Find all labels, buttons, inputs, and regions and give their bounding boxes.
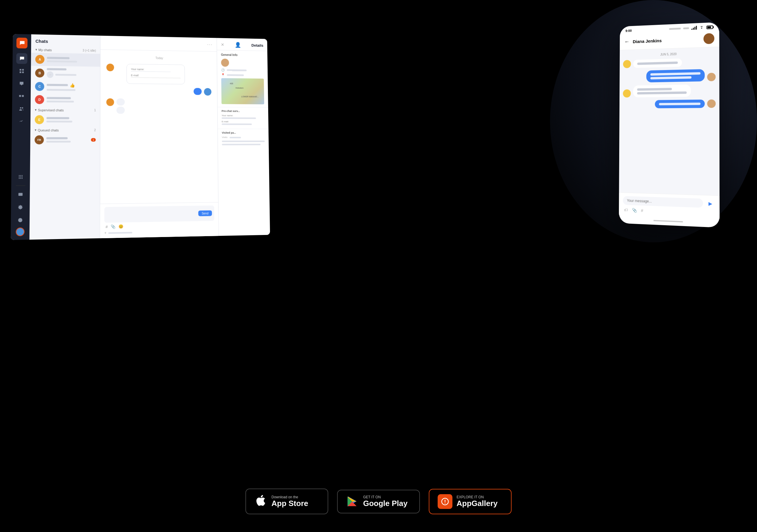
scene: Chats ▾ My chats 3 (+1 idle) A B <box>0 0 757 532</box>
sidebar-item-inbox[interactable] <box>16 78 27 89</box>
sidebar-item-contacts[interactable] <box>16 103 27 114</box>
form-name-label: Your name: <box>131 68 181 71</box>
pre-chat-name-field: Your name: <box>222 114 264 119</box>
add-icon[interactable]: + <box>105 231 106 235</box>
detail-location-bar <box>227 74 244 76</box>
supervised-chats-section-header: ▾ Supervised chats 1 <box>30 106 100 113</box>
chat-item-1[interactable]: A <box>31 53 100 67</box>
sidebar-item-help[interactable] <box>15 215 26 226</box>
mobile-msg-row-left-1 <box>623 57 715 68</box>
chat-avatar-1: A <box>35 55 45 64</box>
chat-info-4 <box>46 97 96 103</box>
page-bar-1 <box>222 141 265 142</box>
sidebar-item-reports[interactable] <box>16 66 27 76</box>
mobile-attachment-icon[interactable]: 📎 <box>632 208 637 213</box>
chat-list-panel: Chats ▾ My chats 3 (+1 idle) A B <box>30 34 101 240</box>
mobile-back-button[interactable]: ← <box>624 39 629 45</box>
detail-user-avatar <box>221 59 229 67</box>
chat-item-4[interactable]: D <box>30 93 100 107</box>
sidebar-item-billing[interactable] <box>15 189 26 200</box>
mobile-hashtag-icon[interactable]: # <box>641 208 643 213</box>
mobile-bubble-blue-1 <box>647 69 705 82</box>
mobile-chat-title: Diana Jenkins <box>633 36 700 44</box>
visits-count-bar <box>229 137 241 138</box>
mobile-send-button[interactable]: ▶ <box>706 198 715 208</box>
my-chats-label[interactable]: ▾ My chats <box>36 47 52 52</box>
huawei-appgallery-button[interactable]: EXPLORE IT ON AppGallery <box>429 489 512 514</box>
mobile-agent-avatar-2 <box>707 99 715 108</box>
app-store-button[interactable]: Download on the App Store <box>245 488 328 514</box>
emoji-icon[interactable]: 😊 <box>119 224 123 229</box>
supervised-chats-label[interactable]: ▾ Supervised chats <box>35 108 64 112</box>
sidebar-user-avatar[interactable] <box>16 227 24 236</box>
sidebar-item-analytics[interactable] <box>16 116 27 127</box>
msg-avatar-agent-1 <box>204 88 211 96</box>
chat-info-1 <box>47 57 96 63</box>
chat-item-2[interactable]: B ··· <box>31 66 100 81</box>
svg-rect-15 <box>18 193 22 196</box>
google-play-text: GET IT ON Google Play <box>363 495 408 508</box>
app-store-text: Download on the App Store <box>271 495 308 508</box>
mobile-bubble-blue-2 <box>655 100 705 108</box>
pre-chat-name-bar <box>222 117 256 119</box>
svg-rect-1 <box>22 69 24 71</box>
contact-form: Your name: E-mail: <box>127 64 185 84</box>
svg-rect-6 <box>19 175 20 176</box>
sidebar-item-settings[interactable] <box>15 202 26 213</box>
chat-main-area: ··· Today Your name: E-mail: <box>100 36 219 238</box>
mobile-messages-area: JUN 5, 2020 <box>619 47 719 196</box>
pre-chat-survey-title: Pre-chat surv... <box>222 110 264 113</box>
details-panel-header: ✕ 👤 Details <box>217 38 267 51</box>
map-label-1: 495 <box>230 82 233 84</box>
mobile-app: 9:00 <box>619 22 720 227</box>
sidebar-item-tickets[interactable] <box>16 91 27 102</box>
google-play-button[interactable]: GET IT ON Google Play <box>337 490 420 514</box>
general-info-title: General Info <box>221 53 263 57</box>
send-button[interactable]: Send <box>198 210 212 216</box>
mobile-text-bar-2 <box>650 72 701 76</box>
queued-chats-count: 2 <box>94 129 96 132</box>
map-view: 495 Hoboken LOWER MANHAT... <box>221 78 264 104</box>
more-options-icon[interactable]: ··· <box>207 42 213 47</box>
mobile-bubble-group-gray <box>633 84 691 98</box>
hashtag-icon[interactable]: # <box>106 224 107 229</box>
form-name-field <box>131 71 170 72</box>
huawei-big-text: AppGallery <box>457 499 498 508</box>
store-buttons-section: Download on the App Store GET IT ON Goog… <box>0 488 757 514</box>
chat-avatar-3: C <box>35 82 44 91</box>
chat-avatar-6: FB <box>35 135 44 144</box>
visited-pages-section: Visited pa... Visits: <box>218 129 268 147</box>
page-bar-2 <box>222 144 260 145</box>
sidebar-item-apps[interactable] <box>15 171 26 182</box>
msg-group-right-1 <box>106 87 211 96</box>
chat-item-3[interactable]: C 👍 <box>31 80 100 93</box>
svg-rect-7 <box>20 175 21 176</box>
mobile-bubble-gray-2 <box>633 84 691 98</box>
add-row: + <box>105 229 214 235</box>
google-play-small-text: GET IT ON <box>363 495 408 499</box>
chat-item-5[interactable]: E <box>30 113 100 127</box>
chat-avatar-4: D <box>35 95 44 104</box>
sidebar-item-chat[interactable] <box>16 53 27 64</box>
attachment-icon[interactable]: 📎 <box>111 224 116 229</box>
signal-bar-4 <box>696 26 697 30</box>
svg-rect-13 <box>20 178 21 179</box>
chat-list-header: Chats <box>31 34 100 47</box>
detail-location-row: 📍 <box>221 73 264 77</box>
huawei-text: EXPLORE IT ON AppGallery <box>457 495 498 508</box>
svg-rect-9 <box>19 176 20 177</box>
chat-input-box[interactable]: Send <box>105 205 214 222</box>
chat-info-5 <box>46 117 96 123</box>
mobile-tag-icon[interactable]: 🏷 <box>624 207 628 212</box>
chat-item-6[interactable]: FB 1 <box>30 133 100 147</box>
close-icon[interactable]: ✕ <box>221 42 225 47</box>
queued-chats-label[interactable]: ▾ Queued chats <box>35 128 59 132</box>
user-profile-icon[interactable]: 👤 <box>235 42 241 48</box>
app-store-small-text: Download on the <box>271 495 308 499</box>
svg-rect-10 <box>20 176 21 177</box>
sidebar-divider <box>16 185 25 186</box>
mobile-message-input[interactable] <box>623 196 703 208</box>
msg-avatar-user-1 <box>106 99 114 106</box>
svg-rect-11 <box>21 176 22 177</box>
app-logo[interactable] <box>16 38 27 48</box>
